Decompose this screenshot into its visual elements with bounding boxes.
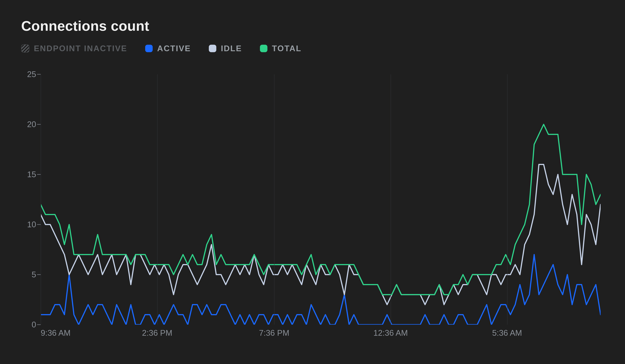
legend-item-active[interactable]: ACTIVE: [145, 44, 191, 53]
chart-plot-area: 0510152025 9:36 AM2:36 PM7:36 PM12:36 AM…: [21, 74, 601, 325]
y-axis: 0510152025: [21, 74, 41, 325]
legend-item-endpoint_inactive[interactable]: ENDPOINT INACTIVE: [21, 44, 127, 53]
legend-label: ENDPOINT INACTIVE: [34, 44, 127, 53]
x-tick-label: 2:36 PM: [142, 328, 172, 338]
y-tick-label: 5: [31, 270, 36, 279]
y-tick-label: 10: [27, 220, 36, 229]
series-total: [41, 124, 601, 295]
y-tick-label: 0: [31, 320, 36, 329]
legend-label: IDLE: [221, 44, 242, 53]
x-gridline: [157, 74, 157, 325]
x-gridline: [41, 74, 41, 325]
legend-item-idle[interactable]: IDLE: [209, 44, 242, 53]
y-tick: [37, 74, 41, 75]
y-tick: [37, 274, 41, 275]
series-idle: [41, 164, 601, 305]
x-tick-label: 7:36 PM: [259, 328, 289, 338]
chart-lines: [41, 74, 601, 325]
legend-label: TOTAL: [272, 44, 302, 53]
y-tick-label: 20: [27, 120, 36, 129]
x-tick-label: 12:36 AM: [373, 328, 408, 338]
y-tick: [37, 174, 41, 175]
chart-title: Connections count: [21, 18, 605, 34]
x-tick-label: 9:36 AM: [41, 328, 70, 338]
legend-swatch: [145, 45, 153, 52]
legend-swatch: [21, 44, 29, 53]
x-gridline: [274, 74, 274, 325]
y-tick: [37, 224, 41, 225]
x-gridline: [507, 74, 507, 325]
legend-swatch: [260, 45, 267, 52]
x-tick-label: 5:36 AM: [492, 328, 522, 338]
y-tick: [37, 124, 41, 125]
y-tick-label: 25: [27, 70, 36, 79]
legend-swatch: [209, 45, 216, 52]
y-tick-label: 15: [27, 170, 36, 179]
x-gridline: [391, 74, 391, 325]
legend-item-total[interactable]: TOTAL: [260, 44, 302, 53]
y-tick: [37, 324, 41, 325]
legend-label: ACTIVE: [157, 44, 191, 53]
legend: ENDPOINT INACTIVEACTIVEIDLETOTAL: [21, 44, 605, 53]
